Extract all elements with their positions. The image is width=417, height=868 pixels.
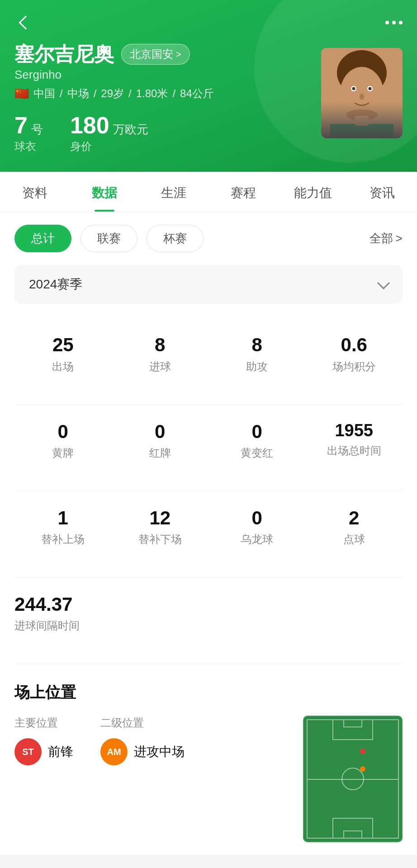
tab-schedule[interactable]: 赛程 (208, 172, 278, 212)
stat-value-goal-interval: 244.37 (14, 594, 108, 615)
filter-row: 总计 联赛 杯赛 全部 > (14, 225, 403, 252)
player-age: 29岁 (101, 86, 124, 101)
tab-ability[interactable]: 能力值 (278, 172, 348, 212)
svg-point-5 (352, 87, 355, 90)
field-goal-bottom (343, 830, 362, 838)
stat-own-goal: 0 乌龙球 (208, 495, 306, 559)
stats-grid-row2: 0 黄牌 0 红牌 0 黄变红 1955 出场总时间 (14, 409, 403, 473)
stat-yellow: 0 黄牌 (14, 409, 112, 473)
season-selector[interactable]: 2024赛季 (14, 265, 403, 304)
position-content: 主要位置 ST 前锋 二级位置 AM 进攻中场 (14, 716, 403, 842)
jersey-number: 7 (14, 113, 28, 137)
stat-value-penalty: 2 (309, 508, 399, 528)
meta-sep: / (94, 87, 97, 100)
market-value-unit: 万欧元 (113, 122, 148, 137)
team-name: 北京国安 (130, 47, 173, 61)
stat-value-own-goal: 0 (212, 508, 302, 528)
meta-sep: / (172, 87, 175, 100)
stat-assists: 8 助攻 (208, 322, 306, 386)
avatar-svg (321, 48, 403, 138)
player-name: 塞尔吉尼奥 (14, 43, 114, 65)
stat-value-goals: 8 (115, 335, 205, 355)
market-value-label: 身价 (70, 139, 148, 154)
svg-point-7 (360, 94, 364, 100)
back-button[interactable] (14, 13, 34, 33)
player-avatar (321, 48, 403, 138)
primary-position-group: 主要位置 ST 前锋 (14, 716, 73, 771)
season-label: 2024赛季 (29, 276, 82, 293)
stat-avg-score: 0.6 场均积分 (306, 322, 403, 386)
stat-sub-out: 12 替补下场 (112, 495, 209, 559)
position-section-title: 场上位置 (14, 668, 403, 716)
stat-label-penalty: 点球 (309, 532, 399, 547)
stat-label-own-goal: 乌龙球 (212, 532, 302, 547)
flag-icon: 🇨🇳 (14, 87, 29, 101)
player-height: 1.80米 (136, 86, 168, 101)
stats-grid-row4: 244.37 进球间隔时间 (14, 581, 403, 646)
stat-label-sub-out: 替补下场 (115, 532, 205, 547)
field-goal-top (343, 720, 362, 727)
svg-rect-9 (330, 124, 393, 138)
filter-all-label: 全部 (370, 231, 393, 246)
divider-1 (14, 405, 403, 405)
tab-stats[interactable]: 数据 (70, 172, 139, 212)
filter-all-button[interactable]: 全部 > (370, 231, 403, 246)
hero-section: 塞尔吉尼奥 北京国安 > Serginho 🇨🇳 中国 / 中场 / 29岁 /… (0, 0, 417, 172)
player-name-row: 塞尔吉尼奥 北京国安 > (14, 43, 321, 65)
secondary-position-group: 二级位置 AM 进攻中场 (100, 716, 185, 771)
stat-label-yellow-red: 黄变红 (212, 446, 302, 460)
meta-sep: / (60, 87, 63, 100)
position-name-am: 进攻中场 (134, 743, 185, 760)
svg-rect-10 (355, 116, 369, 126)
filter-league[interactable]: 联赛 (81, 225, 137, 252)
stat-label-assists: 助攻 (212, 359, 302, 374)
filter-total[interactable]: 总计 (14, 225, 71, 252)
position-name-st: 前锋 (48, 743, 73, 760)
stat-goal-interval: 244.37 进球间隔时间 (14, 581, 112, 646)
stat-appearances: 25 出场 (14, 322, 112, 386)
team-badge-link[interactable]: 北京国安 > (121, 44, 190, 65)
field-dot-red (360, 749, 365, 754)
back-arrow-icon (19, 15, 33, 29)
hero-stats-row: 7 号 球衣 180 万欧元 身价 (14, 113, 321, 154)
chevron-down-icon (377, 277, 390, 289)
stat-value-assists: 8 (212, 335, 302, 355)
svg-point-2 (340, 67, 384, 119)
stat-yellow-red: 0 黄变红 (208, 409, 306, 473)
position-badge-st: ST (14, 738, 42, 765)
stat-label-sub-in: 替补上场 (18, 532, 108, 547)
stat-value-red: 0 (115, 421, 205, 442)
field-map (303, 716, 403, 842)
dot-icon (385, 21, 389, 24)
market-value-number: 180 (70, 113, 109, 137)
stats-grid-row1: 25 出场 8 进球 8 助攻 0.6 场均积分 (14, 322, 403, 386)
team-chevron-icon: > (176, 49, 181, 60)
divider-3 (14, 577, 403, 578)
svg-point-6 (369, 87, 372, 90)
stat-value-sub-out: 12 (115, 508, 205, 528)
stat-empty (112, 581, 403, 646)
tab-news[interactable]: 资讯 (347, 172, 417, 212)
stat-label-yellow: 黄牌 (18, 446, 108, 460)
primary-pos-label: 主要位置 (14, 716, 73, 730)
tab-career[interactable]: 生涯 (139, 172, 208, 212)
stats-grid-row3: 1 替补上场 12 替补下场 0 乌龙球 2 点球 (14, 495, 403, 559)
position-item-am: AM 进攻中场 (100, 738, 185, 765)
player-meta: 🇨🇳 中国 / 中场 / 29岁 / 1.80米 / 84公斤 (14, 86, 321, 101)
stat-value-minutes: 1955 (309, 421, 399, 440)
dot-icon (399, 21, 403, 24)
filter-cup[interactable]: 杯赛 (147, 225, 204, 252)
stat-sub-in: 1 替补上场 (14, 495, 112, 559)
stat-label-avg-score: 场均积分 (309, 359, 399, 374)
tab-profile[interactable]: 资料 (0, 172, 70, 212)
stat-penalty: 2 点球 (306, 495, 403, 559)
position-badge-am: AM (100, 738, 128, 765)
player-info: 塞尔吉尼奥 北京国安 > Serginho 🇨🇳 中国 / 中场 / 29岁 /… (14, 43, 321, 154)
secondary-pos-label: 二级位置 (100, 716, 185, 730)
meta-sep: / (128, 87, 132, 100)
stat-goals: 8 进球 (112, 322, 209, 386)
stat-value-avg-score: 0.6 (309, 335, 399, 355)
more-button[interactable] (385, 21, 403, 24)
top-bar (14, 0, 403, 33)
stat-label-goal-interval: 进球间隔时间 (14, 618, 108, 633)
